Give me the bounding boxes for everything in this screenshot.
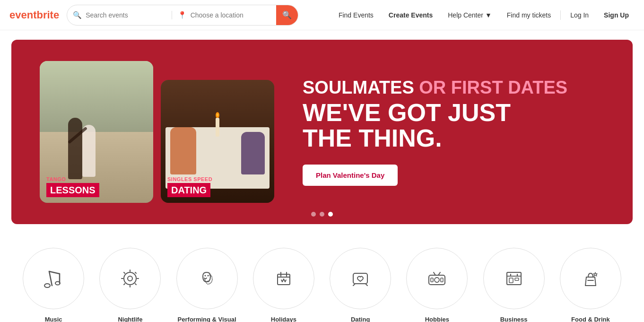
business-icon [503, 268, 525, 289]
dancer-1 [68, 118, 82, 179]
dating-card-label: SINGLES SPEED DATING [161, 171, 274, 203]
performing-arts-circle [176, 248, 238, 309]
svg-point-5 [124, 272, 136, 285]
svg-line-14 [135, 284, 136, 285]
svg-line-13 [124, 284, 125, 285]
svg-rect-30 [515, 278, 519, 280]
music-circle [23, 248, 84, 309]
hero-images: TANGO LESSONS SINGLES SPEED DATING [11, 42, 274, 222]
hobbies-circle [406, 248, 468, 309]
svg-rect-25 [441, 278, 443, 282]
nav-links: Find Events Create Events Help Center ▼ … [333, 8, 635, 23]
search-bar: 🔍 📍 🔍 [67, 5, 298, 26]
dating-circle [330, 248, 391, 309]
food-drink-label: Food & Drink [571, 316, 610, 322]
category-dating[interactable]: Dating [326, 248, 395, 322]
tango-label-bottom: LESSONS [46, 183, 99, 197]
category-food-drink[interactable]: Food & Drink [556, 248, 625, 322]
music-label: Music [45, 316, 62, 322]
svg-line-10 [124, 272, 125, 273]
dating-label-bottom: DATING [167, 183, 210, 197]
nav-find-events[interactable]: Find Events [333, 8, 379, 23]
hero-headline-2: WE'VE GOT JUST THE THING. [303, 100, 604, 151]
figure-right [241, 132, 265, 174]
hero-dot-1[interactable] [311, 212, 316, 217]
svg-rect-21 [353, 273, 367, 284]
nav-help-center[interactable]: Help Center ▼ [442, 8, 497, 23]
categories-section: Music Nightlife [0, 234, 644, 322]
nav-find-tickets[interactable]: Find my tickets [501, 8, 557, 23]
dating-label: Dating [351, 316, 370, 322]
location-input[interactable] [191, 11, 271, 19]
svg-rect-24 [431, 278, 433, 282]
search-input-wrapper: 🔍 [67, 11, 172, 19]
hobbies-icon [426, 268, 448, 289]
hero-cta-button[interactable]: Plan Valentine's Day [303, 165, 398, 186]
tango-label-top: TANGO [46, 176, 147, 182]
search-input[interactable] [86, 11, 166, 19]
category-business[interactable]: Business [479, 248, 548, 322]
logo[interactable]: eventbrite [9, 9, 59, 21]
holidays-label: Holidays [271, 316, 296, 322]
svg-rect-29 [509, 278, 513, 283]
svg-rect-22 [429, 275, 445, 285]
hero-card-tango[interactable]: TANGO LESSONS [40, 61, 153, 203]
food-drink-icon [580, 268, 601, 289]
category-nightlife[interactable]: Nightlife [96, 248, 165, 322]
hero-card-dating[interactable]: SINGLES SPEED DATING [161, 80, 274, 203]
dating-label-top: SINGLES SPEED [167, 176, 268, 182]
nav-log-in[interactable]: Log In [565, 8, 594, 23]
music-icon [43, 268, 64, 289]
nav-sign-up[interactable]: Sign Up [598, 8, 635, 23]
hero-banner: TANGO LESSONS SINGLES SPEED DATING SOULM… [11, 40, 633, 224]
svg-line-2 [49, 271, 60, 274]
category-music[interactable]: Music [19, 248, 88, 322]
dating-icon [349, 268, 371, 289]
svg-point-12 [128, 276, 132, 281]
hobbies-label: Hobbies [425, 316, 449, 322]
svg-point-23 [435, 278, 439, 282]
holidays-icon [273, 268, 295, 289]
category-hobbies[interactable]: Hobbies [402, 248, 471, 322]
category-holidays[interactable]: Holidays [249, 248, 318, 322]
figure-left [170, 127, 196, 174]
hero-dot-2[interactable] [320, 212, 324, 217]
nightlife-label: Nightlife [118, 316, 142, 322]
nightlife-icon [119, 268, 141, 289]
food-drink-circle [560, 248, 621, 309]
svg-line-11 [135, 272, 136, 273]
nav-divider [560, 10, 561, 20]
nightlife-circle [99, 248, 161, 309]
dancer-2 [82, 125, 96, 177]
location-icon: 📍 [178, 11, 187, 19]
svg-point-15 [204, 275, 206, 277]
business-circle [483, 248, 545, 309]
header: eventbrite 🔍 📍 🔍 Find Events Create Even… [0, 0, 644, 30]
hero-dots [311, 212, 333, 217]
candle [216, 118, 219, 137]
hero-text: SOULMATES OR FIRST DATES WE'VE GOT JUST … [274, 78, 633, 186]
hero-dot-3[interactable] [328, 212, 333, 217]
tango-card-label: TANGO LESSONS [40, 171, 153, 203]
performing-arts-icon [196, 268, 218, 289]
search-button[interactable]: 🔍 [276, 5, 298, 26]
chevron-down-icon: ▼ [485, 11, 492, 19]
hero-headline-1: SOULMATES OR FIRST DATES [303, 78, 604, 98]
nav-create-events[interactable]: Create Events [383, 8, 438, 23]
category-performing-arts[interactable]: Performing & Visual Arts [173, 248, 242, 322]
business-label: Business [500, 316, 528, 322]
performing-arts-label: Performing & Visual Arts [173, 316, 242, 322]
location-wrapper: 📍 [172, 11, 277, 19]
holidays-circle [253, 248, 314, 309]
search-icon: 🔍 [73, 11, 82, 19]
svg-line-0 [49, 271, 52, 286]
svg-point-1 [44, 284, 50, 287]
